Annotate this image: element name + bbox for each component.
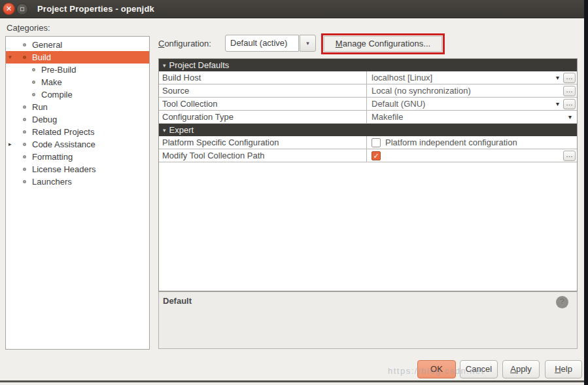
dropdown-icon[interactable]: ▾ (556, 74, 562, 81)
tree-item-launchers[interactable]: Launchers (6, 175, 149, 188)
red-highlight-annotation: Manage Configurations... (321, 33, 445, 54)
tool-collection-value[interactable]: Default (GNU) ▾ … (367, 98, 577, 110)
tree-item-build[interactable]: ▾ Build (6, 51, 149, 64)
platform-independent-checkbox[interactable] (372, 138, 381, 147)
browse-button[interactable]: … (563, 73, 576, 83)
apply-button[interactable]: Apply (502, 360, 540, 378)
manage-configurations-button[interactable]: Manage Configurations... (324, 36, 442, 52)
node-icon (23, 56, 26, 59)
property-row-modify-tool-path[interactable]: Modify Tool Collection Path ✓ … (159, 149, 577, 162)
node-icon (23, 118, 26, 121)
restore-icon[interactable] (16, 3, 28, 15)
selected-configuration-name: Default (163, 296, 192, 306)
categories-tree[interactable]: General ▾ Build Pre-Build Make Compile R… (5, 36, 150, 350)
node-icon (23, 155, 26, 158)
configuration-select[interactable]: Default (active) (225, 35, 299, 52)
tree-item-formatting[interactable]: Formatting (6, 151, 149, 163)
collapse-icon[interactable]: ▾ (163, 127, 166, 134)
source-value[interactable]: Local (no synchronization) … (367, 84, 577, 97)
tree-item-general[interactable]: General (6, 39, 149, 51)
node-icon (23, 180, 26, 183)
tree-item-pre-build[interactable]: Pre-Build (6, 64, 149, 76)
configuration-dropdown-icon[interactable]: ▾ (300, 35, 316, 52)
help-icon[interactable]: ? (556, 296, 568, 308)
build-host-value[interactable]: localhost [Linux] ▾ … (367, 71, 577, 84)
window-title: Project Properties - openjdk (37, 0, 154, 18)
section-header-project-defaults[interactable]: ▾ Project Defaults (159, 59, 577, 71)
tree-item-related-projects[interactable]: Related Projects (6, 126, 149, 138)
node-icon (32, 68, 35, 71)
tree-item-license-headers[interactable]: License Headers (6, 163, 149, 175)
description-panel: Default ? (158, 291, 578, 349)
property-row-build-host[interactable]: Build Host localhost [Linux] ▾ … (159, 71, 577, 84)
help-button[interactable]: Help (545, 360, 582, 378)
node-icon (23, 130, 26, 134)
cancel-button[interactable]: Cancel (460, 360, 498, 378)
property-row-source[interactable]: Source Local (no synchronization) … (159, 84, 577, 98)
property-row-configuration-type[interactable]: Configuration Type Makefile ▾ (159, 111, 577, 124)
browse-button[interactable]: … (563, 86, 576, 96)
node-icon (23, 105, 26, 109)
tree-item-debug[interactable]: Debug (6, 113, 149, 126)
categories-label: Categories: (7, 23, 50, 33)
property-row-platform-specific[interactable]: Platform Specific Configuration Platform… (159, 136, 577, 149)
property-row-tool-collection[interactable]: Tool Collection Default (GNU) ▾ … (159, 98, 577, 111)
expand-right-icon[interactable]: ▸ (9, 138, 18, 151)
properties-table: ▾ Project Defaults Build Host localhost … (158, 58, 578, 291)
configuration-type-value[interactable]: Makefile ▾ (367, 111, 577, 123)
tree-item-code-assistance[interactable]: ▸ Code Assistance (6, 138, 149, 151)
browse-button[interactable]: … (563, 99, 576, 109)
node-icon (32, 81, 35, 84)
ok-button[interactable]: OK (417, 360, 456, 378)
node-icon (23, 43, 26, 46)
tree-item-run[interactable]: Run (6, 101, 149, 113)
modify-tool-path-checkbox[interactable]: ✓ (372, 151, 381, 160)
configuration-label: Configuration: (158, 39, 211, 48)
close-icon[interactable]: ✕ (3, 3, 15, 15)
node-icon (32, 93, 35, 96)
tree-item-compile[interactable]: Compile (6, 88, 149, 101)
window-bottom-border (0, 380, 584, 382)
node-icon (23, 143, 26, 146)
titlebar[interactable]: ✕ Project Properties - openjdk (0, 0, 584, 18)
browse-button[interactable]: … (563, 151, 576, 161)
collapse-icon[interactable]: ▾ (163, 62, 166, 69)
expand-down-icon[interactable]: ▾ (9, 51, 18, 64)
restore-square-glyph (20, 7, 24, 11)
dropdown-icon[interactable]: ▾ (556, 100, 562, 107)
dropdown-icon[interactable]: ▾ (568, 113, 577, 120)
node-icon (23, 168, 26, 171)
desktop-edge-strip (584, 0, 588, 385)
tree-item-make[interactable]: Make (6, 76, 149, 88)
section-header-expert[interactable]: ▾ Expert (159, 124, 577, 136)
